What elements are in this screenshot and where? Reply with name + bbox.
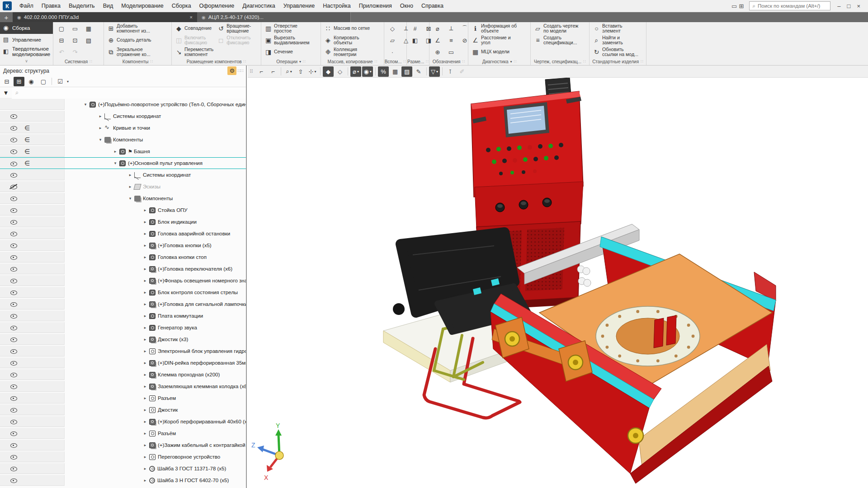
ribbon-button[interactable]: ❉Коллекция геометрии	[322, 46, 372, 58]
tree-row[interactable]: ▸Генератор звука	[0, 322, 246, 333]
include-icon[interactable]: ∈	[24, 160, 30, 167]
tree-row[interactable]: ▾(+)Подъёмно-поворотное устройство (Тел-…	[0, 99, 246, 110]
toolbar-grip-icon[interactable]: ⠿	[250, 69, 253, 75]
expand-arrow-icon[interactable]: ▾	[112, 161, 118, 165]
hide-objects-icon[interactable]: ⌀▾	[350, 66, 361, 77]
expand-arrow-icon[interactable]: ▸	[142, 384, 148, 389]
tree-row[interactable]: ▸(+)Головка переключателя (x6)	[0, 263, 246, 275]
tree-row-content[interactable]: ▾Компоненты	[65, 193, 246, 204]
eye-visibility-icon[interactable]	[10, 171, 17, 178]
menu-item-Настройка[interactable]: Настройка	[319, 3, 355, 9]
ribbon-button[interactable]: ⧉Зеркальное отражение ко...	[105, 46, 153, 58]
tree-row-content[interactable]: ▾(+)Подъёмно-поворотное устройство (Тел-…	[65, 99, 246, 110]
eye-visibility-icon[interactable]	[10, 324, 17, 331]
tree-row-content[interactable]: ▸Генератор звука	[65, 322, 246, 333]
ribbon-icon-button[interactable]: ⌀	[431, 23, 444, 34]
command-search[interactable]: ⌕	[749, 1, 830, 10]
tree-row-content[interactable]: ▾(+)Основной пульт управления	[65, 158, 246, 169]
tree-row[interactable]: ∈▸Кривые и точки	[0, 122, 246, 134]
grid-icon[interactable]: ▦	[390, 66, 401, 77]
ribbon-icon-button[interactable]: ▭	[68, 23, 82, 34]
tree-row[interactable]: ∈▾Компоненты	[0, 134, 246, 145]
tree-view-structure[interactable]: ⊞	[14, 77, 24, 86]
ribbon-button[interactable]: ◆Совпадение	[173, 23, 215, 34]
tree-row-content[interactable]: ▸(+)DIN-рейка перфорированная 35мм (x4)	[65, 357, 246, 368]
tree-row-content[interactable]: ▸Блок индикации	[65, 216, 246, 227]
tree-row-content[interactable]: ▸Блок контроля состояния стрелы	[65, 287, 246, 298]
eye-visibility-icon[interactable]	[10, 136, 17, 143]
ribbon-group-label[interactable]: Системная∷	[55, 58, 102, 65]
expand-arrow-icon[interactable]: ▸	[127, 173, 133, 177]
expand-arrow-icon[interactable]: ▸	[142, 231, 148, 236]
mode-Сборка[interactable]: ◉Сборка	[0, 22, 53, 34]
tree-row-content[interactable]: ▸(+)Фонарь освещения номерного знака (x2…	[65, 275, 246, 286]
tree-row-content[interactable]: ▸Плата коммутации	[65, 310, 246, 321]
ribbon-group-label[interactable]: Компоненты∷	[105, 58, 170, 65]
include-icon[interactable]: ∈	[24, 136, 30, 143]
eye-visibility-icon[interactable]	[10, 477, 17, 483]
eye-visibility-icon[interactable]	[10, 300, 17, 307]
window-layout-icon[interactable]: ▭	[731, 3, 737, 9]
tree-row-content[interactable]: ▸Джостик (x3)	[65, 334, 246, 345]
expand-arrow-icon[interactable]: ▸	[142, 443, 148, 447]
tree-row[interactable]: ▸(+)Головка кнопки (x5)	[0, 239, 246, 251]
tree-view-objects[interactable]: ◉	[26, 77, 37, 86]
expand-arrow-icon[interactable]: ▸	[142, 478, 148, 483]
tree-view-list[interactable]: ⊟	[1, 77, 12, 86]
coordinate-system-icon[interactable]: ⌐	[256, 66, 267, 77]
ribbon-button[interactable]: ∠Расстояние и угол	[470, 34, 519, 46]
expand-arrow-icon[interactable]: ▸	[112, 149, 118, 154]
tree-row[interactable]: ▸Головка кнопки стоп	[0, 251, 246, 263]
tree-row[interactable]: ▸Разъём	[0, 427, 246, 439]
tree-row[interactable]: ▸Плата коммутации	[0, 310, 246, 322]
eye-visibility-icon[interactable]	[10, 265, 17, 272]
ribbon-group-label[interactable]: Чертеж, спецификац...∷	[532, 58, 588, 65]
tree-row[interactable]: ▸Электронный блок управления гидропривод…	[0, 345, 246, 357]
eye-visibility-icon[interactable]	[10, 195, 17, 202]
expand-arrow-icon[interactable]: ▸	[97, 114, 104, 118]
menu-item-Вид[interactable]: Вид	[99, 3, 118, 9]
tree-row[interactable]: ▸Эскизы	[0, 181, 246, 192]
eye-visibility-icon[interactable]	[10, 148, 17, 155]
eye-visibility-icon[interactable]	[10, 277, 17, 284]
tree-row[interactable]: ∈▸⚑Башня	[0, 145, 246, 157]
tree-row[interactable]: ▸Системы координат	[0, 110, 246, 122]
tree-row[interactable]: ▸(+)DIN-рейка перфорированная 35мм (x4)	[0, 357, 246, 369]
close-button[interactable]: ×	[854, 3, 863, 9]
tree-row[interactable]: ▸(+)Фонарь освещения номерного знака (x2…	[0, 275, 246, 286]
tree-row-content[interactable]: ▸(+)Головка переключателя (x6)	[65, 263, 246, 274]
menu-item-Моделирование[interactable]: Моделирование	[117, 3, 168, 9]
tree-row[interactable]: ▸Джостик (x3)	[0, 333, 246, 345]
ribbon-group-label[interactable]: Размещение компонентов∷	[173, 58, 259, 65]
expand-arrow-icon[interactable]: ▸	[142, 419, 148, 424]
ribbon-group-label[interactable]: Вспом...∷	[386, 58, 405, 65]
ribbon-button[interactable]: ⊕Создать деталь	[105, 34, 153, 46]
ribbon-button[interactable]: ↺Вращение- вращение	[215, 23, 253, 34]
eye-visibility-icon[interactable]	[10, 206, 17, 213]
tree-row-content[interactable]: ▸Системы координат	[65, 169, 246, 180]
eye-visibility-icon[interactable]	[10, 336, 17, 343]
ribbon-icon-button[interactable]: ▧	[82, 34, 95, 46]
expand-arrow-icon[interactable]: ▸	[142, 455, 148, 459]
menu-item-Приложения[interactable]: Приложения	[355, 3, 396, 9]
ribbon-button[interactable]: ≡Создать спецификаци...	[532, 34, 580, 46]
eye-visibility-icon[interactable]	[10, 465, 17, 472]
tree-row-content[interactable]: ▸Джостик	[65, 404, 246, 415]
tree-row-content[interactable]: ▸⚑Башня	[65, 146, 246, 157]
include-icon[interactable]: ∈	[24, 124, 30, 131]
panel-grip-icon[interactable]: ∷∷	[236, 68, 244, 73]
ribbon-button[interactable]: ↘Переместить компонент	[173, 46, 215, 58]
search-input[interactable]	[758, 3, 827, 9]
tree-row[interactable]: ▸Стойка ОПУ	[0, 204, 246, 216]
ribbon-button[interactable]: ▣Вырезать выдавливанием	[263, 34, 311, 46]
expand-arrow-icon[interactable]: ▾	[127, 196, 133, 201]
mode-Управление[interactable]: ▤Управление	[0, 34, 53, 46]
tree-row[interactable]: ▸Разъем	[0, 392, 246, 404]
eye-visibility-icon[interactable]	[10, 124, 17, 131]
ribbon-icon-button[interactable]: ⊕	[431, 46, 444, 58]
local-cs-icon[interactable]: ⌐	[268, 66, 278, 77]
mode-Твердотельное моделирование[interactable]: ◧Твердотельное моделирование	[0, 46, 53, 57]
tree-row[interactable]: ▾Компоненты	[0, 192, 246, 204]
expand-arrow-icon[interactable]: ▸	[142, 278, 148, 283]
eye-visibility-icon[interactable]	[10, 347, 17, 354]
